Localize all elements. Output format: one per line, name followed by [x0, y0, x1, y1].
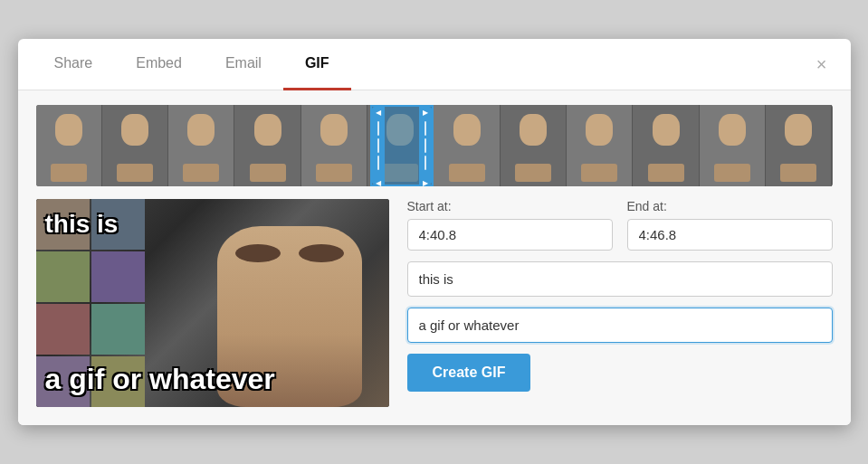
wall-tile [91, 304, 145, 355]
filmstrip-frame [501, 105, 567, 186]
filmstrip-frame [700, 105, 766, 186]
preview-top-text: this is [45, 210, 119, 239]
filmstrip-frame [36, 105, 102, 186]
wall-tile [36, 304, 90, 355]
end-time-group: End at: [627, 199, 833, 251]
end-label: End at: [627, 199, 833, 213]
create-gif-button[interactable]: Create GIF [407, 354, 531, 392]
grip-line [424, 156, 426, 170]
grip-line [377, 138, 379, 153]
tab-email[interactable]: Email [204, 39, 283, 90]
filmstrip-frame [234, 105, 300, 186]
start-time-group: Start at: [407, 199, 613, 251]
grip-line [377, 156, 379, 170]
left-arrow-icon-2 [376, 173, 381, 186]
end-time-input[interactable] [627, 219, 833, 251]
range-handle-left[interactable] [372, 107, 385, 185]
grip-line [377, 121, 379, 136]
tab-share[interactable]: Share [33, 39, 115, 90]
tab-bar: Share Embed Email GIF × [18, 39, 851, 90]
tab-gif[interactable]: GIF [283, 39, 351, 90]
filmstrip-frame [102, 105, 168, 186]
left-arrow-icon [376, 105, 381, 118]
range-handle-right[interactable] [419, 107, 432, 185]
gif-line1-input[interactable] [407, 261, 833, 297]
start-time-input[interactable] [407, 219, 613, 251]
handle-grip-right [424, 121, 426, 170]
range-selector[interactable] [370, 105, 434, 186]
time-row: Start at: End at: [407, 199, 833, 251]
form-panel: Start at: End at: Create GIF [407, 199, 833, 392]
preview-bottom-text: a gif or whatever [45, 363, 275, 396]
filmstrip-frame [168, 105, 234, 186]
wall-tile [91, 251, 145, 302]
right-arrow-icon [423, 105, 428, 118]
grip-line [424, 121, 426, 136]
right-arrow-icon-2 [423, 173, 428, 186]
tab-embed[interactable]: Embed [114, 39, 204, 90]
filmstrip-frame [301, 105, 367, 186]
modal-body: this is a gif or whatever Start at: End … [18, 90, 851, 425]
filmstrip-frame [633, 105, 699, 186]
filmstrip-frame [434, 105, 500, 186]
gif-line2-input[interactable] [407, 308, 833, 343]
start-label: Start at: [407, 199, 613, 213]
close-button[interactable]: × [807, 46, 836, 82]
content-area: this is a gif or whatever Start at: End … [36, 199, 833, 407]
gif-preview: this is a gif or whatever [36, 199, 389, 407]
filmstrip-frames [36, 105, 833, 186]
filmstrip-frame [567, 105, 633, 186]
handle-grip [377, 121, 379, 170]
wall-tile [36, 251, 90, 302]
filmstrip-frame [766, 105, 832, 186]
grip-line [424, 138, 426, 153]
gif-modal: Share Embed Email GIF × [18, 39, 851, 425]
filmstrip[interactable] [36, 105, 833, 186]
